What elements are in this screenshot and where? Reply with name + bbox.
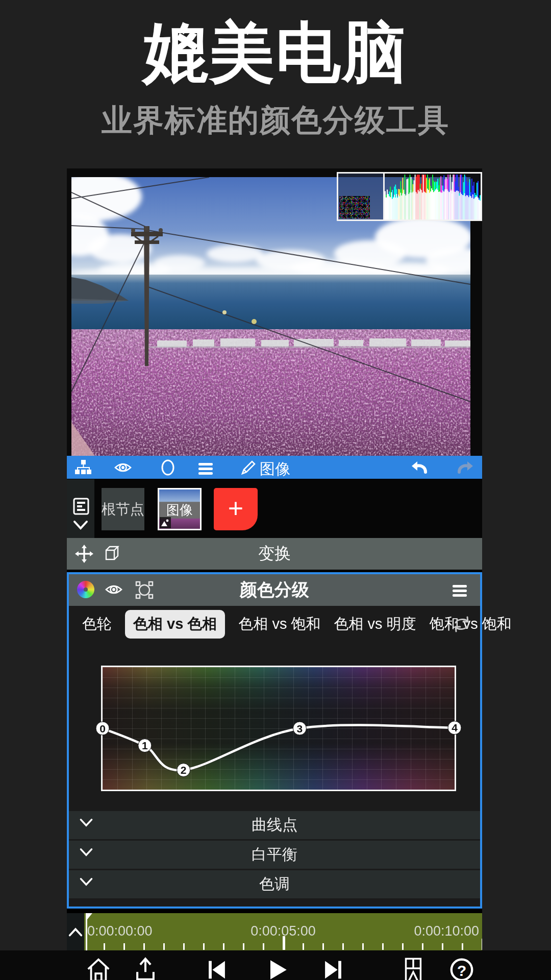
waveform-scope xyxy=(338,174,383,219)
grading-tabs: 色轮色相 vs 色相色相 vs 饱和色相 vs 明度饱和 vs 饱和 xyxy=(69,606,480,643)
menu-icon[interactable] xyxy=(198,458,217,479)
timeline-tick xyxy=(203,943,205,950)
chevron-down-icon[interactable] xyxy=(72,520,89,530)
timeline-tick xyxy=(362,943,364,950)
curve-editor: 01234 xyxy=(69,643,480,811)
section-title: 白平衡 xyxy=(69,844,480,865)
svg-text:4: 4 xyxy=(452,722,458,733)
grading-sections: 曲线点白平衡色调 xyxy=(69,811,480,898)
play-icon[interactable] xyxy=(264,955,290,980)
redo-icon[interactable] xyxy=(457,458,475,477)
section-title: 色调 xyxy=(69,874,480,895)
svg-text:0: 0 xyxy=(99,723,106,734)
timeline-tick xyxy=(263,943,264,950)
add-node-button[interactable]: + xyxy=(214,488,258,530)
grading-tab-3[interactable]: 色相 vs 明度 xyxy=(334,614,416,634)
curve-point-1[interactable]: 1 xyxy=(138,739,152,752)
page-title: 媲美电脑 xyxy=(0,9,551,97)
grading-section-0[interactable]: 曲线点 xyxy=(69,811,480,839)
skip-end-icon[interactable] xyxy=(320,955,346,980)
app-frame: 图像 xyxy=(67,168,482,950)
timeline-tick xyxy=(382,943,384,950)
page-subtitle: 业界标准的颜色分级工具 xyxy=(0,100,551,141)
timeline-tick xyxy=(342,943,344,950)
svg-text:?: ? xyxy=(457,962,467,979)
undo-icon[interactable] xyxy=(410,458,428,477)
timeline-tick xyxy=(243,943,244,950)
timeline-tick xyxy=(402,943,404,950)
timeline-collapse-button[interactable] xyxy=(67,913,84,951)
grading-tab-0[interactable]: 色轮 xyxy=(82,614,112,634)
layer-list-icon[interactable] xyxy=(73,498,89,515)
timeline-tick xyxy=(104,943,105,950)
curve-point-2[interactable]: 2 xyxy=(177,764,190,777)
render-frame-icon[interactable] xyxy=(400,955,427,980)
bottom-toolbar: ? xyxy=(0,950,551,980)
selected-node-label: 图像 xyxy=(260,459,290,480)
node-root[interactable]: 根节点 xyxy=(102,488,144,530)
refresh-icon[interactable] xyxy=(453,615,471,633)
node-tree-icon[interactable] xyxy=(74,458,92,477)
timeline-tick xyxy=(303,943,304,950)
timeline-tick xyxy=(223,943,224,950)
node-track: 根节点 图像 + xyxy=(67,479,482,538)
grading-section-2[interactable]: 色调 xyxy=(69,870,480,898)
scopes-overlay xyxy=(337,172,482,221)
timeline-tick xyxy=(283,936,285,950)
timeline-tick xyxy=(123,943,125,950)
svg-text:1: 1 xyxy=(142,740,148,751)
timeline-tick xyxy=(482,939,482,950)
transform-section-header[interactable]: 变换 xyxy=(67,538,482,572)
video-preview xyxy=(67,168,482,456)
curve-point-3[interactable]: 3 xyxy=(293,722,306,735)
node-image-label: 图像 xyxy=(159,502,200,519)
timeline-tick xyxy=(183,943,185,950)
export-icon[interactable] xyxy=(132,955,159,980)
grading-tab-2[interactable]: 色相 vs 饱和 xyxy=(238,614,320,634)
timeline-tick xyxy=(322,943,324,950)
timeline-tick xyxy=(143,943,145,950)
skip-start-icon[interactable] xyxy=(204,955,230,980)
node-image[interactable]: 图像 xyxy=(158,488,202,530)
help-icon[interactable]: ? xyxy=(448,955,475,980)
svg-text:3: 3 xyxy=(297,723,303,734)
timeline-tick xyxy=(462,943,463,950)
grading-section-1[interactable]: 白平衡 xyxy=(69,841,480,869)
thumbnail-badge xyxy=(160,517,171,528)
timeline-ruler[interactable]: 0:00:00:00 0:00:05:00 0:00:10:00 xyxy=(84,913,482,951)
menu-icon[interactable] xyxy=(453,581,471,601)
grading-header: 颜色分级 xyxy=(69,574,480,606)
transform-title: 变换 xyxy=(67,543,482,565)
grading-tab-1[interactable]: 色相 vs 色相 xyxy=(125,610,225,639)
curve-point-0[interactable]: 0 xyxy=(96,722,109,735)
edit-toolbar: 图像 xyxy=(67,456,482,479)
histogram-scope xyxy=(383,174,481,219)
timeline: 0:00:00:00 0:00:05:00 0:00:10:00 xyxy=(67,913,482,951)
curve-point-4[interactable]: 4 xyxy=(448,721,461,734)
home-icon[interactable] xyxy=(85,955,112,980)
circle-icon[interactable] xyxy=(159,458,177,477)
track-sidebar xyxy=(67,479,94,538)
section-title: 曲线点 xyxy=(69,815,480,836)
grading-title: 颜色分级 xyxy=(69,574,480,606)
svg-text:2: 2 xyxy=(181,764,187,776)
timeline-tick xyxy=(422,943,423,950)
timeline-time-end: 0:00:10:00 xyxy=(414,923,479,939)
playhead-flag xyxy=(86,913,92,921)
eye-icon[interactable] xyxy=(114,458,132,477)
timeline-tick xyxy=(442,943,443,950)
pencil-icon[interactable] xyxy=(239,458,258,477)
color-grading-panel: 颜色分级 色轮色相 vs 色相色相 vs 饱和色相 vs 明度饱和 vs 饱和 … xyxy=(67,572,482,909)
curve-canvas[interactable]: 01234 xyxy=(101,666,456,791)
timeline-tick xyxy=(163,943,165,950)
